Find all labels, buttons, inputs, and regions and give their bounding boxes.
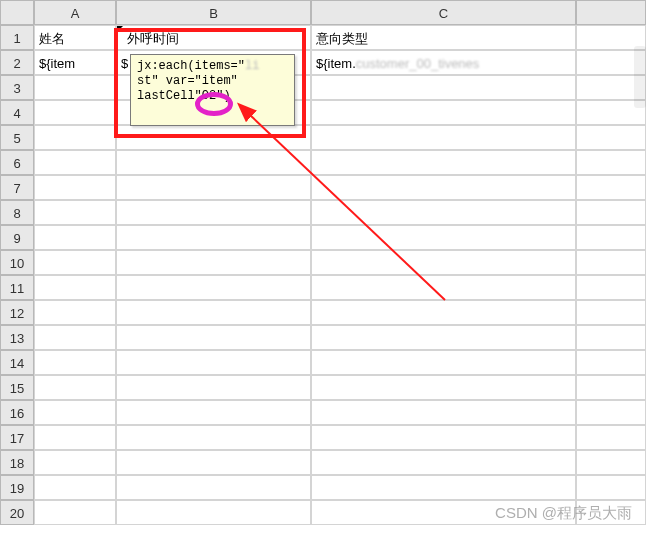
cell-c1[interactable]: 意向类型 bbox=[311, 25, 576, 50]
row-header-4[interactable]: 4 bbox=[0, 100, 34, 125]
col-header-d[interactable] bbox=[576, 0, 646, 25]
cell-c14[interactable] bbox=[311, 350, 576, 375]
cell-d10[interactable] bbox=[576, 250, 646, 275]
row-header-7[interactable]: 7 bbox=[0, 175, 34, 200]
cell-c15[interactable] bbox=[311, 375, 576, 400]
cell-a18[interactable] bbox=[34, 450, 116, 475]
row-header-14[interactable]: 14 bbox=[0, 350, 34, 375]
cell-a15[interactable] bbox=[34, 375, 116, 400]
row-header-20[interactable]: 20 bbox=[0, 500, 34, 525]
row-header-1[interactable]: 1 bbox=[0, 25, 34, 50]
cell-c2[interactable]: ${item.customer_00_tivenes bbox=[311, 50, 576, 75]
cell-c6[interactable] bbox=[311, 150, 576, 175]
cell-b12[interactable] bbox=[116, 300, 311, 325]
row-header-2[interactable]: 2 bbox=[0, 50, 34, 75]
cell-c11[interactable] bbox=[311, 275, 576, 300]
cell-c8[interactable] bbox=[311, 200, 576, 225]
cell-c12[interactable] bbox=[311, 300, 576, 325]
cell-b19[interactable] bbox=[116, 475, 311, 500]
col-header-c[interactable]: C bbox=[311, 0, 576, 25]
row-header-15[interactable]: 15 bbox=[0, 375, 34, 400]
cell-b17[interactable] bbox=[116, 425, 311, 450]
row-header-11[interactable]: 11 bbox=[0, 275, 34, 300]
cell-c19[interactable] bbox=[311, 475, 576, 500]
cell-a16[interactable] bbox=[34, 400, 116, 425]
cell-d19[interactable] bbox=[576, 475, 646, 500]
cell-a4[interactable] bbox=[34, 100, 116, 125]
cell-d6[interactable] bbox=[576, 150, 646, 175]
cell-d18[interactable] bbox=[576, 450, 646, 475]
cell-b20[interactable] bbox=[116, 500, 311, 525]
row-header-8[interactable]: 8 bbox=[0, 200, 34, 225]
cell-b13[interactable] bbox=[116, 325, 311, 350]
cell-a12[interactable] bbox=[34, 300, 116, 325]
cell-b18[interactable] bbox=[116, 450, 311, 475]
cell-d14[interactable] bbox=[576, 350, 646, 375]
cell-b1[interactable]: 外呼时间 bbox=[116, 25, 311, 50]
cell-a20[interactable] bbox=[34, 500, 116, 525]
cell-c3[interactable] bbox=[311, 75, 576, 100]
row-header-10[interactable]: 10 bbox=[0, 250, 34, 275]
row-header-16[interactable]: 16 bbox=[0, 400, 34, 425]
cell-a5[interactable] bbox=[34, 125, 116, 150]
cell-b8[interactable] bbox=[116, 200, 311, 225]
row-header-6[interactable]: 6 bbox=[0, 150, 34, 175]
cell-d16[interactable] bbox=[576, 400, 646, 425]
cell-a14[interactable] bbox=[34, 350, 116, 375]
watermark-text: CSDN @程序员大雨 bbox=[495, 504, 632, 523]
cell-b14[interactable] bbox=[116, 350, 311, 375]
row-header-19[interactable]: 19 bbox=[0, 475, 34, 500]
cell-b16[interactable] bbox=[116, 400, 311, 425]
comment-line1-prefix: jx:each(items=" bbox=[137, 59, 245, 73]
cell-a8[interactable] bbox=[34, 200, 116, 225]
cell-a10[interactable] bbox=[34, 250, 116, 275]
cell-c16[interactable] bbox=[311, 400, 576, 425]
spreadsheet-grid[interactable]: A B C 1 姓名 外呼时间 意向类型 2 ${item $ ${item.c… bbox=[0, 0, 646, 525]
cell-d13[interactable] bbox=[576, 325, 646, 350]
cell-b5[interactable] bbox=[116, 125, 311, 150]
cell-a1[interactable]: 姓名 bbox=[34, 25, 116, 50]
cell-b9[interactable] bbox=[116, 225, 311, 250]
cell-d15[interactable] bbox=[576, 375, 646, 400]
row-header-3[interactable]: 3 bbox=[0, 75, 34, 100]
row-header-12[interactable]: 12 bbox=[0, 300, 34, 325]
cell-a3[interactable] bbox=[34, 75, 116, 100]
cell-c7[interactable] bbox=[311, 175, 576, 200]
cell-d7[interactable] bbox=[576, 175, 646, 200]
cell-a7[interactable] bbox=[34, 175, 116, 200]
cell-a9[interactable] bbox=[34, 225, 116, 250]
row-header-17[interactable]: 17 bbox=[0, 425, 34, 450]
cell-a6[interactable] bbox=[34, 150, 116, 175]
cell-a13[interactable] bbox=[34, 325, 116, 350]
cell-c4[interactable] bbox=[311, 100, 576, 125]
cell-d12[interactable] bbox=[576, 300, 646, 325]
cell-b6[interactable] bbox=[116, 150, 311, 175]
cell-a19[interactable] bbox=[34, 475, 116, 500]
cell-c5[interactable] bbox=[311, 125, 576, 150]
cell-c17[interactable] bbox=[311, 425, 576, 450]
cell-c9[interactable] bbox=[311, 225, 576, 250]
row-header-13[interactable]: 13 bbox=[0, 325, 34, 350]
col-header-a[interactable]: A bbox=[34, 0, 116, 25]
cell-d9[interactable] bbox=[576, 225, 646, 250]
cell-d5[interactable] bbox=[576, 125, 646, 150]
row-header-5[interactable]: 5 bbox=[0, 125, 34, 150]
col-header-b[interactable]: B bbox=[116, 0, 311, 25]
cell-d8[interactable] bbox=[576, 200, 646, 225]
cell-c10[interactable] bbox=[311, 250, 576, 275]
cell-c18[interactable] bbox=[311, 450, 576, 475]
cell-a17[interactable] bbox=[34, 425, 116, 450]
comment-line3-circled: "O2") bbox=[195, 89, 231, 103]
cell-b15[interactable] bbox=[116, 375, 311, 400]
row-header-9[interactable]: 9 bbox=[0, 225, 34, 250]
corner-cell[interactable] bbox=[0, 0, 34, 25]
cell-a2[interactable]: ${item bbox=[34, 50, 116, 75]
cell-d17[interactable] bbox=[576, 425, 646, 450]
row-header-18[interactable]: 18 bbox=[0, 450, 34, 475]
cell-c13[interactable] bbox=[311, 325, 576, 350]
cell-b11[interactable] bbox=[116, 275, 311, 300]
cell-d11[interactable] bbox=[576, 275, 646, 300]
cell-a11[interactable] bbox=[34, 275, 116, 300]
cell-b7[interactable] bbox=[116, 175, 311, 200]
cell-b10[interactable] bbox=[116, 250, 311, 275]
